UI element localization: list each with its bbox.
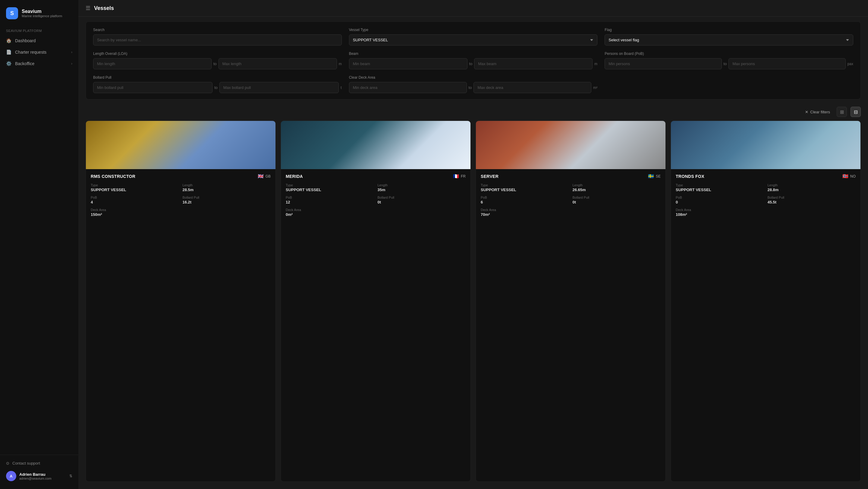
vessels-grid: RMS CONSTRUCTOR 🇬🇧 GB Type SUPPORT VESSE… [79,121,868,489]
sidebar-item-label: Charter requests [15,50,46,55]
sidebar-item-backoffice[interactable]: ⚙️ Backoffice › [0,58,79,69]
type-value: SUPPORT VESSEL [91,187,179,192]
length-value: 26.65m [572,187,661,192]
deck-label: Deck Area [286,208,374,212]
deck-unit: m² [593,86,597,90]
max-persons-input[interactable] [728,58,845,69]
user-email: adrien@seavium.com [19,477,52,480]
user-profile[interactable]: A Adrien Barrau adrien@seavium.com ⇅ [0,468,79,484]
home-icon: 🏠 [6,38,11,43]
sidebar-item-charter[interactable]: 📄 Charter requests › [0,47,79,58]
type-label: Type [91,183,179,187]
flag-select[interactable]: Select vessel flag GB FR SE NO [604,34,853,45]
deck-value: 70m² [481,212,569,217]
length-value: 28.8m [768,187,856,192]
clear-filters-button[interactable]: ✕ Clear filters [802,108,833,116]
vessel-flag-country: 🇬🇧 GB [258,173,271,179]
pob-value: 12 [286,200,374,205]
bollard-label: Bollard Pull [768,196,856,199]
deck-label: Deck Area [481,208,569,212]
max-bollard-input[interactable] [219,82,339,93]
length-group: Length Overall (LOA) to m [93,52,342,69]
brand-name: Seavium [22,9,62,14]
vessel-flag-country: 🇳🇴 NO [842,173,856,179]
vessel-name: MERIDA [286,174,303,179]
deck-value: 0m² [286,212,374,217]
flag-icon: 🇫🇷 [453,173,459,179]
brand-tagline: Marine intelligence platform [22,14,62,18]
contact-support-button[interactable]: ⊙ Contact support [0,459,79,468]
bollard-label: Bollard Pull [93,75,342,80]
filter-panel: Search Vessel Type SUPPORT VESSEL TANKER… [86,22,861,99]
length-label: Length Overall (LOA) [93,52,342,56]
vessel-card[interactable]: RMS CONSTRUCTOR 🇬🇧 GB Type SUPPORT VESSE… [86,121,276,482]
beam-separator: to [469,61,472,66]
country-code: NO [850,174,856,179]
min-persons-input[interactable] [604,58,721,69]
bollard-label: Bollard Pull [572,196,661,199]
max-length-input[interactable] [218,58,337,69]
vessel-card[interactable]: SERVER 🇸🇪 SE Type SUPPORT VESSEL Length … [475,121,666,482]
bollard-value: 45.5t [768,200,856,205]
deck-label: Clear Deck Area [349,75,598,80]
bollard-value: 16.2t [183,200,271,205]
pob-label: PoB [481,196,569,199]
brand-icon: S [6,7,18,19]
beam-group: Beam to m [349,52,598,69]
sidebar-toggle-icon[interactable]: ☰ [86,5,90,11]
sidebar-item-dashboard[interactable]: 🏠 Dashboard [0,35,79,47]
search-group: Search [93,28,342,45]
type-value: SUPPORT VESSEL [481,187,569,192]
bollard-group: Bollard Pull to t [93,75,342,93]
country-code: SE [656,174,661,179]
vessel-image [86,121,276,169]
vessel-type-group: Vessel Type SUPPORT VESSEL TANKER CARGO … [349,28,598,45]
grid-view-button[interactable]: ⊟ [850,107,861,117]
vessel-type-select[interactable]: SUPPORT VESSEL TANKER CARGO PASSENGER [349,34,598,45]
flag-group: Flag Select vessel flag GB FR SE NO [604,28,853,45]
pob-label: Persons on Board (PoB) [604,52,853,56]
search-input[interactable] [93,34,342,45]
deck-value: 108m² [676,212,764,217]
page-title: Vessels [94,5,114,11]
length-value: 28.5m [183,187,271,192]
min-length-input[interactable] [93,58,212,69]
vessel-image [281,121,470,169]
main-content: ☰ Vessels Search Vessel Type SUPPORT VES… [79,0,868,489]
sidebar-item-label: Backoffice [15,61,34,66]
brand: S Seavium Marine intelligence platform [0,5,79,27]
beam-label: Beam [349,52,598,56]
min-bollard-input[interactable] [93,82,213,93]
deck-label: Deck Area [676,208,764,212]
type-label: Type [481,183,569,187]
max-deck-input[interactable] [473,82,591,93]
type-value: SUPPORT VESSEL [286,187,374,192]
min-deck-input[interactable] [349,82,467,93]
min-beam-input[interactable] [349,58,467,69]
vessel-name: SERVER [481,174,498,179]
vessel-card[interactable]: MERIDA 🇫🇷 FR Type SUPPORT VESSEL Length … [281,121,471,482]
length-label: Length [572,183,661,187]
list-view-button[interactable]: ⊞ [837,107,847,117]
pob-separator: to [724,61,727,66]
vessel-image [476,121,665,169]
bollard-value: 0t [572,200,661,205]
flag-icon: 🇸🇪 [648,173,654,179]
support-icon: ⊙ [6,461,9,465]
length-value: 35m [378,187,466,192]
beam-unit: m [594,62,597,66]
deck-value: 150m² [91,212,179,217]
pob-group: Persons on Board (PoB) to pax [604,52,853,69]
vessel-image [671,121,861,169]
flag-icon: 🇳🇴 [842,173,848,179]
user-name: Adrien Barrau [19,472,52,477]
max-beam-input[interactable] [474,58,592,69]
chevron-right-icon: › [71,50,72,54]
vessel-card[interactable]: TRONDS FOX 🇳🇴 NO Type SUPPORT VESSEL Len… [671,121,861,482]
deck-area-group: Clear Deck Area to m² [349,75,598,93]
flag-label: Flag [604,28,853,32]
vessel-flag-country: 🇫🇷 FR [453,173,466,179]
document-icon: 📄 [6,50,11,55]
length-label: Length [183,183,271,187]
avatar: A [6,471,16,481]
